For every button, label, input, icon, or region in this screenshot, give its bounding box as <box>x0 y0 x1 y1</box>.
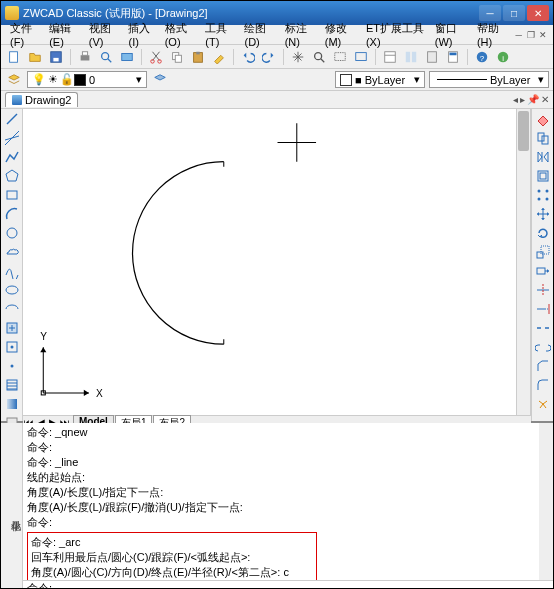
ucs-icon: X Y <box>40 331 103 399</box>
menu-modify[interactable]: 修改(M) <box>320 21 361 48</box>
calc-button[interactable] <box>444 48 462 66</box>
redo-button[interactable] <box>260 48 278 66</box>
gradient-tool[interactable] <box>4 396 20 412</box>
copy-tool[interactable] <box>535 130 551 146</box>
hatch-tool[interactable] <box>4 377 20 393</box>
array-tool[interactable] <box>535 187 551 203</box>
rotate-tool[interactable] <box>535 225 551 241</box>
zoom-prev-button[interactable] <box>352 48 370 66</box>
rectangle-tool[interactable] <box>4 187 20 203</box>
svg-rect-18 <box>385 51 396 62</box>
spline-tool[interactable] <box>4 263 20 279</box>
break-tool[interactable] <box>535 320 551 336</box>
mirror-tool[interactable] <box>535 149 551 165</box>
command-prompt[interactable]: 命令: <box>23 580 553 589</box>
menu-format[interactable]: 格式(O) <box>160 21 201 48</box>
move-tool[interactable] <box>535 206 551 222</box>
layer-states-button[interactable] <box>151 71 169 89</box>
designcenter-button[interactable] <box>402 48 420 66</box>
properties-button[interactable] <box>381 48 399 66</box>
next-doc-button[interactable]: ▸ <box>520 94 525 105</box>
log-line: 角度(A)/长度(L)/指定下一点: <box>27 485 535 500</box>
ellipse-tool[interactable] <box>4 282 20 298</box>
close-button[interactable]: ✕ <box>527 5 549 21</box>
stretch-tool[interactable] <box>535 263 551 279</box>
doc-tab-label: Drawing2 <box>25 94 71 106</box>
menu-dim[interactable]: 标注(N) <box>280 21 320 48</box>
menu-edit[interactable]: 编辑(E) <box>44 21 84 48</box>
ellipsearc-tool[interactable] <box>4 301 20 317</box>
polyline-tool[interactable] <box>4 149 20 165</box>
cut-button[interactable] <box>147 48 165 66</box>
open-button[interactable] <box>26 48 44 66</box>
pin-button[interactable]: 📌 <box>527 94 539 105</box>
revcloud-tool[interactable] <box>4 244 20 260</box>
fillet-tool[interactable] <box>535 377 551 393</box>
save-button[interactable] <box>47 48 65 66</box>
doc-tab-drawing2[interactable]: Drawing2 <box>5 92 78 107</box>
explode-tool[interactable] <box>535 396 551 412</box>
menu-draw[interactable]: 绘图(D) <box>239 21 279 48</box>
extend-tool[interactable] <box>535 301 551 317</box>
arc-tool[interactable] <box>4 206 20 222</box>
mdi-restore-button[interactable]: ❐ <box>525 29 536 41</box>
svg-rect-0 <box>10 51 18 62</box>
svg-rect-3 <box>81 55 90 60</box>
command-log[interactable]: 命令: _qnew 命令: 命令: _line 线的起始点: 角度(A)/长度(… <box>23 423 553 580</box>
prev-doc-button[interactable]: ◂ <box>513 94 518 105</box>
paste-button[interactable] <box>189 48 207 66</box>
log-line: 命令: _arc <box>31 535 313 550</box>
tab-close-button[interactable]: ✕ <box>541 94 549 105</box>
new-button[interactable] <box>5 48 23 66</box>
help-button[interactable]: ? <box>473 48 491 66</box>
join-tool[interactable] <box>535 339 551 355</box>
menu-insert[interactable]: 插入(I) <box>123 21 159 48</box>
polygon-tool[interactable] <box>4 168 20 184</box>
trim-tool[interactable] <box>535 282 551 298</box>
mdi-minimize-button[interactable]: ─ <box>513 29 524 41</box>
xline-tool[interactable] <box>4 130 20 146</box>
minimize-button[interactable]: ─ <box>479 5 501 21</box>
svg-rect-21 <box>412 51 416 62</box>
layer-select[interactable]: 💡 ☀ 🔓 0 ▾ <box>27 71 147 88</box>
mdi-close-button[interactable]: ✕ <box>538 29 549 41</box>
circle-tool[interactable] <box>4 225 20 241</box>
maximize-button[interactable]: □ <box>503 5 525 21</box>
pan-button[interactable] <box>289 48 307 66</box>
menu-file[interactable]: 文件(F) <box>5 21 44 48</box>
svg-line-29 <box>7 114 17 124</box>
log-line: 命令: _line <box>27 455 535 470</box>
undo-button[interactable] <box>239 48 257 66</box>
matchprop-button[interactable] <box>210 48 228 66</box>
vertical-scrollbar[interactable] <box>516 109 530 415</box>
insertblock-tool[interactable] <box>4 320 20 336</box>
svg-rect-17 <box>356 52 367 60</box>
preview-button[interactable] <box>97 48 115 66</box>
menu-et[interactable]: ET扩展工具(X) <box>361 21 430 48</box>
chamfer-tool[interactable] <box>535 358 551 374</box>
publish-button[interactable] <box>118 48 136 66</box>
print-button[interactable] <box>76 48 94 66</box>
bulb-icon: 💡 <box>32 73 46 86</box>
offset-tool[interactable] <box>535 168 551 184</box>
makeblock-tool[interactable] <box>4 339 20 355</box>
copy-button[interactable] <box>168 48 186 66</box>
cmd-side-label[interactable]: 最小化 <box>1 423 23 589</box>
drawing-canvas[interactable]: X Y <box>23 109 531 415</box>
toolpalettes-button[interactable] <box>423 48 441 66</box>
menu-help[interactable]: 帮助(H) <box>472 21 512 48</box>
layers-button[interactable] <box>5 71 23 89</box>
info-button[interactable]: i <box>494 48 512 66</box>
line-tool[interactable] <box>4 111 20 127</box>
erase-tool[interactable] <box>535 111 551 127</box>
linetype-select[interactable]: ByLayer ▾ <box>429 71 549 88</box>
color-select[interactable]: ■ ByLayer ▾ <box>335 71 425 88</box>
menu-view[interactable]: 视图(V) <box>84 21 124 48</box>
zoom-win-button[interactable] <box>331 48 349 66</box>
zoom-rt-button[interactable] <box>310 48 328 66</box>
svg-point-39 <box>10 365 13 368</box>
scale-tool[interactable] <box>535 244 551 260</box>
menu-tools[interactable]: 工具(T) <box>200 21 239 48</box>
menu-window[interactable]: 窗口(W) <box>430 21 472 48</box>
point-tool[interactable] <box>4 358 20 374</box>
